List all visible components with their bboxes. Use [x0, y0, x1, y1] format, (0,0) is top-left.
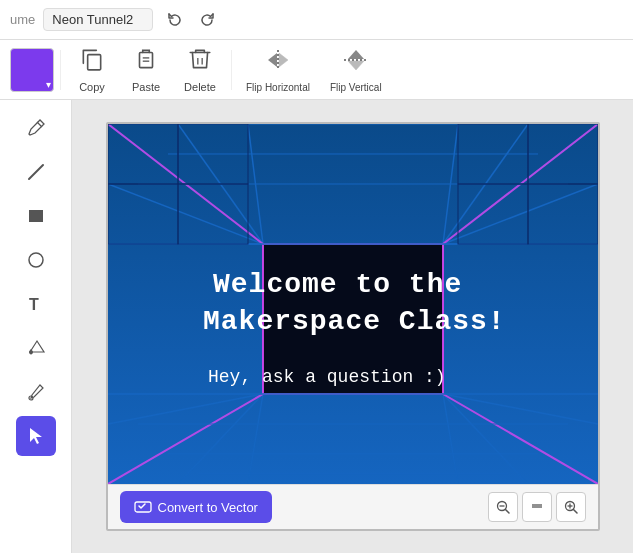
paste-icon — [133, 46, 159, 78]
zoom-reset-button[interactable] — [522, 492, 552, 522]
flip-h-icon — [263, 47, 293, 79]
delete-button[interactable]: Delete — [175, 42, 225, 97]
delete-icon — [187, 46, 213, 78]
zoom-controls — [488, 492, 586, 522]
flip-v-label: Flip Vertical — [330, 82, 382, 93]
svg-rect-1 — [140, 53, 153, 68]
svg-line-12 — [37, 122, 42, 127]
project-name-input[interactable] — [43, 8, 153, 31]
svg-line-65 — [505, 510, 509, 514]
svg-marker-11 — [348, 61, 364, 70]
top-bar: ume — [0, 0, 633, 40]
svg-text:Welcome to the: Welcome to the — [213, 269, 462, 300]
divider-2 — [231, 50, 232, 90]
svg-text:T: T — [29, 296, 39, 313]
tunnel-svg: Welcome to the Makerspace Class! Hey, as… — [108, 124, 598, 484]
toolbar: Copy Paste Delete — [0, 40, 633, 100]
color-swatch[interactable] — [10, 48, 54, 92]
select-tool[interactable] — [16, 416, 56, 456]
convert-icon — [134, 498, 152, 516]
zoom-in-button[interactable] — [556, 492, 586, 522]
undo-button[interactable] — [161, 6, 189, 34]
copy-label: Copy — [79, 81, 105, 93]
svg-marker-18 — [30, 428, 42, 444]
zoom-out-icon — [496, 500, 510, 514]
canvas-wrapper[interactable]: Welcome to the Makerspace Class! Hey, as… — [106, 122, 600, 531]
delete-label: Delete — [184, 81, 216, 93]
flip-h-label: Flip Horizontal — [246, 82, 310, 93]
flip-horizontal-button[interactable]: Flip Horizontal — [238, 43, 318, 97]
svg-text:Makerspace Class!: Makerspace Class! — [203, 306, 506, 337]
pencil-tool[interactable] — [16, 108, 56, 148]
redo-button[interactable] — [193, 6, 221, 34]
divider-1 — [60, 50, 61, 90]
paste-button[interactable]: Paste — [121, 42, 171, 97]
text-tool[interactable]: T — [16, 284, 56, 324]
svg-line-70 — [573, 510, 577, 514]
zoom-in-icon — [564, 500, 578, 514]
zoom-out-button[interactable] — [488, 492, 518, 522]
svg-point-15 — [29, 253, 43, 267]
bottom-bar: Convert to Vector — [108, 484, 598, 529]
convert-to-vector-button[interactable]: Convert to Vector — [120, 491, 272, 523]
copy-button[interactable]: Copy — [67, 42, 117, 97]
convert-btn-label: Convert to Vector — [158, 500, 258, 515]
svg-marker-8 — [279, 53, 288, 67]
canvas-image: Welcome to the Makerspace Class! Hey, as… — [108, 124, 598, 484]
svg-line-13 — [29, 165, 43, 179]
svg-rect-0 — [88, 55, 101, 70]
svg-rect-14 — [29, 210, 43, 222]
project-label: ume — [10, 12, 35, 27]
eyedropper-tool[interactable] — [16, 372, 56, 412]
fill-tool[interactable] — [16, 328, 56, 368]
svg-text:Hey, ask a question :): Hey, ask a question :) — [208, 367, 446, 387]
undo-redo-group — [161, 6, 221, 34]
canvas-area: Welcome to the Makerspace Class! Hey, as… — [72, 100, 633, 553]
main-area: T — [0, 100, 633, 553]
rect-tool[interactable] — [16, 196, 56, 236]
svg-marker-7 — [268, 53, 277, 67]
paste-label: Paste — [132, 81, 160, 93]
flip-vertical-button[interactable]: Flip Vertical — [322, 43, 390, 97]
svg-marker-10 — [348, 50, 364, 59]
line-tool[interactable] — [16, 152, 56, 192]
copy-icon — [79, 46, 105, 78]
ellipse-tool[interactable] — [16, 240, 56, 280]
flip-v-icon — [341, 47, 371, 79]
zoom-reset-icon — [530, 500, 544, 514]
left-panel: T — [0, 100, 72, 553]
